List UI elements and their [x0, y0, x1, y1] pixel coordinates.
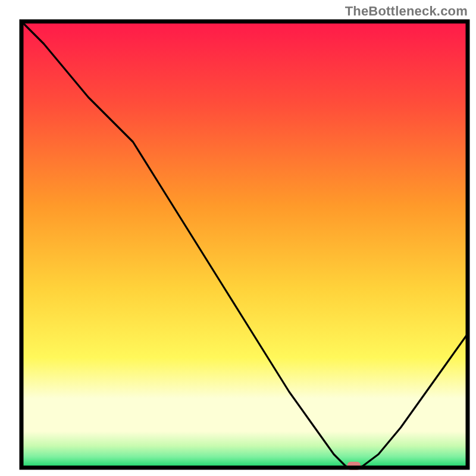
chart-stage: TheBottleneck.com [0, 0, 476, 476]
gradient-main [21, 21, 468, 431]
gradient-bottom-band [21, 431, 468, 468]
bottleneck-chart [0, 0, 476, 476]
plot-area [21, 21, 468, 470]
